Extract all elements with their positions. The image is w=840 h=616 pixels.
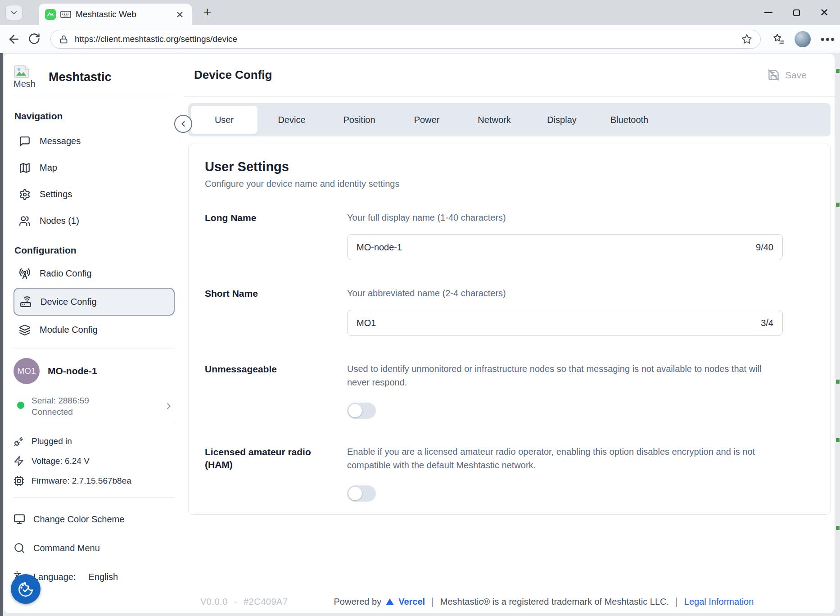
config-tabs: User Device Position Power Network Displ…: [188, 103, 831, 136]
long-name-input[interactable]: [357, 242, 756, 253]
sidebar-item-settings[interactable]: Settings: [14, 181, 175, 208]
node-avatar: MO1: [14, 358, 40, 384]
version-info: V0.0.0 - #2C409A7: [200, 597, 288, 607]
profile-avatar[interactable]: [795, 31, 811, 47]
broken-image-icon: [14, 65, 30, 78]
back-button[interactable]: [7, 32, 21, 46]
language-label: Language:: [33, 572, 76, 582]
change-color-scheme-button[interactable]: Change Color Scheme: [14, 505, 175, 534]
meshtastic-favicon-icon: [45, 9, 56, 20]
save-button[interactable]: Save: [768, 69, 807, 81]
cpu-icon: [14, 476, 24, 486]
firmware-status-text: Firmware: 2.7.15.567b8ea: [32, 476, 131, 486]
save-button-label: Save: [785, 70, 807, 81]
scrollbar-marker: [836, 438, 840, 442]
browser-menu-icon[interactable]: •••: [821, 32, 835, 46]
plug-zap-icon: [14, 436, 24, 447]
field-description: Your full display name (1-40 characters): [347, 211, 770, 224]
keyboard-icon: [60, 10, 71, 18]
unmessageable-row: Unmessageable Used to identify unmonitor…: [205, 362, 814, 419]
sidebar-item-map[interactable]: Map: [14, 154, 175, 181]
chevron-down-icon: [9, 8, 18, 17]
legal-information-link[interactable]: Legal Information: [684, 597, 754, 607]
version-separator: -: [234, 597, 237, 607]
tab-position[interactable]: Position: [326, 106, 393, 134]
field-description: Your abbreviated name (2-4 characters): [347, 286, 770, 300]
refresh-button[interactable]: [28, 32, 41, 45]
firmware-status-row: Firmware: 2.7.15.567b8ea: [14, 471, 175, 491]
maximize-icon: [793, 9, 800, 16]
divider: [14, 97, 175, 97]
node-connection-info: Serial: 2886:59 Connected: [32, 395, 89, 417]
tab-title: Meshtastic Web: [76, 9, 169, 19]
unmessageable-toggle[interactable]: [347, 403, 376, 419]
long-name-input-wrap: 9/40: [347, 234, 783, 260]
address-bar[interactable]: https://client.meshtastic.org/settings/d…: [50, 30, 761, 49]
field-label: Long Name: [205, 211, 317, 260]
divider: [14, 497, 175, 498]
window-close-button[interactable]: ✕: [810, 0, 838, 25]
bookmark-star-icon[interactable]: [741, 34, 752, 45]
nav-section-heading: Navigation: [14, 111, 175, 122]
field-description: Used to identify unmonitored or infrastr…: [347, 362, 770, 389]
sidebar-item-module-config[interactable]: Module Config: [14, 317, 175, 343]
scrollbar-marker: [836, 380, 840, 384]
vercel-link[interactable]: Vercel: [398, 597, 425, 607]
tab-device[interactable]: Device: [258, 106, 325, 134]
tab-display[interactable]: Display: [528, 106, 595, 134]
chevron-left-icon: [179, 119, 188, 128]
cookie-check-icon: [16, 580, 35, 598]
sidebar-item-messages[interactable]: Messages: [14, 128, 175, 154]
tab-search-button[interactable]: [5, 5, 23, 20]
tab-network[interactable]: Network: [461, 106, 528, 134]
message-bubble-icon: [19, 136, 31, 147]
vercel-logo-icon: [386, 598, 394, 605]
command-menu-button[interactable]: Command Menu: [14, 534, 175, 562]
router-icon: [20, 296, 32, 308]
cookie-consent-badge[interactable]: [11, 574, 41, 604]
toggle-thumb: [348, 404, 362, 417]
section-title: User Settings: [205, 159, 814, 174]
tab-strip: Meshtastic Web ✕ + ✕: [0, 0, 840, 25]
arrow-left-icon: [7, 32, 21, 46]
short-name-input[interactable]: [357, 318, 761, 328]
ham-toggle[interactable]: [347, 485, 376, 502]
meshtastic-app: Mesh Meshtastic Navigation Messages Map …: [3, 53, 835, 613]
sidebar-item-radio-config[interactable]: Radio Config: [14, 260, 175, 287]
window-edge-strip: [0, 53, 3, 616]
tab-close-icon[interactable]: ✕: [174, 9, 185, 20]
long-name-row: Long Name Your full display name (1-40 c…: [205, 211, 814, 260]
app-logo-row: Mesh Meshtastic: [14, 63, 175, 91]
main-panel: Device Config Save User Device Position …: [183, 54, 835, 613]
browser-toolbar: https://client.meshtastic.org/settings/d…: [0, 25, 840, 53]
sidebar-collapse-button[interactable]: [174, 115, 192, 133]
tab-bluetooth[interactable]: Bluetooth: [596, 106, 663, 134]
toggle-thumb: [348, 487, 362, 500]
save-off-icon: [768, 69, 780, 81]
tab-user[interactable]: User: [191, 106, 257, 134]
window-maximize-button[interactable]: [782, 0, 810, 25]
field-label: Licensed amateur radio (HAM): [205, 445, 317, 502]
scrollbar-marker: [836, 526, 840, 530]
sidebar: Mesh Meshtastic Navigation Messages Map …: [4, 54, 183, 613]
sidebar-item-label: Module Config: [40, 325, 98, 335]
refresh-icon: [28, 32, 41, 45]
sidebar-item-device-config[interactable]: Device Config: [14, 288, 175, 316]
sidebar-item-nodes[interactable]: Nodes (1): [14, 208, 175, 234]
browser-tab[interactable]: Meshtastic Web ✕: [39, 4, 192, 25]
section-subtitle: Configure your device name and identity …: [205, 179, 814, 189]
lock-icon: [59, 35, 68, 44]
action-label: Command Menu: [33, 543, 100, 553]
node-status-row[interactable]: Serial: 2886:59 Connected: [17, 395, 175, 417]
language-value: English: [89, 572, 118, 582]
new-tab-button[interactable]: +: [200, 5, 215, 20]
ham-row: Licensed amateur radio (HAM) Enable if y…: [205, 445, 814, 502]
window-minimize-button[interactable]: [754, 0, 782, 25]
app-title: Meshtastic: [49, 70, 112, 84]
favorites-icon[interactable]: [773, 33, 785, 45]
sidebar-item-label: Nodes (1): [40, 216, 79, 226]
divider: [14, 349, 175, 349]
close-icon: ✕: [820, 7, 829, 18]
tab-power[interactable]: Power: [393, 106, 460, 134]
divider: [14, 424, 175, 424]
